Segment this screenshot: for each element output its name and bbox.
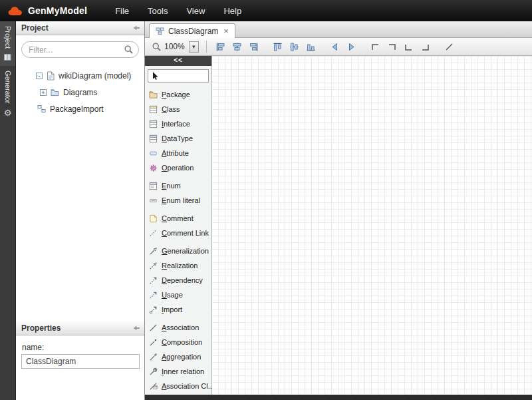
filter-wrap [21,41,139,58]
composition-icon [149,338,158,347]
project-tab-label: Project [4,26,12,49]
filter-input[interactable] [21,41,139,58]
arrow-left-button[interactable] [329,39,342,54]
palette-item-comment-link[interactable]: Comment Link [145,226,211,240]
tree-item-label: wikiDiagram (model) [59,71,131,81]
orthogonal-link-style-3-button[interactable] [402,39,416,54]
palette-item-inner-relation[interactable]: Inner relation [145,364,211,379]
collapse-expander-icon[interactable]: - [36,73,43,79]
close-icon[interactable]: × [223,26,229,36]
tree-item-packageimport[interactable]: PackageImport [16,100,144,117]
tab-label: ClassDiagram [168,27,218,36]
palette-item-aggregation[interactable]: Aggregation [145,349,211,364]
class-icon [149,105,158,114]
toolbar-separator [206,41,207,53]
menu-file[interactable]: File [106,0,138,22]
operation-gear-icon [149,164,158,172]
palette-item-enum[interactable]: Enum [145,178,211,193]
app-title: GenMyModel [28,5,87,16]
datatype-icon [149,134,158,143]
properties-panel-title: Properties [21,323,61,333]
diagrams-folder-icon [51,89,59,97]
palette-item-datatype[interactable]: DataType [145,131,211,146]
tab-classdiagram[interactable]: ClassDiagram × [149,23,235,38]
comment-link-icon [149,229,158,238]
palette-item-class[interactable]: Class [145,102,211,116]
align-center-button[interactable] [231,39,244,54]
association-icon [149,323,158,332]
palette-item-operation[interactable]: Operation [145,160,211,175]
book-icon [3,53,12,61]
project-panel-title: Project [21,23,49,33]
menu-view[interactable]: View [177,0,214,22]
project-panel-header: Project [16,21,144,35]
orthogonal-link-style-2-button[interactable] [386,39,399,54]
palette-item-composition[interactable]: Composition [145,335,211,349]
palette-item-enum-literal[interactable]: Enum literal [145,193,211,208]
cloud-logo-icon [7,5,24,17]
generalization-icon [149,247,158,256]
realization-icon [149,262,158,270]
name-field[interactable] [21,354,140,369]
top-menubar: GenMyModel File Tools View Help [0,0,532,21]
tree-item-wikidiagram[interactable]: - wikiDiagram (model) [16,67,144,84]
menu-tools[interactable]: Tools [138,0,177,22]
palette-item-comment[interactable]: Comment [145,211,211,226]
selection-tool[interactable] [148,69,209,83]
palette-item-package[interactable]: Package [145,87,211,102]
gear-icon: ⚙ [4,108,12,117]
properties-panel-header: Properties [16,321,144,335]
palette-item-usage[interactable]: Usage [145,288,211,302]
menu-help[interactable]: Help [214,0,251,22]
generator-tab-label: Generator [4,71,12,104]
interface-icon [149,120,158,128]
comment-icon [149,214,158,223]
oblique-link-style-button[interactable] [443,39,456,54]
diagram-toolbar: 100% ▾ [145,38,532,56]
align-right-button[interactable] [247,39,261,54]
align-middle-button[interactable] [288,39,301,54]
palette-item-association-class[interactable]: Association Cl... [145,379,211,393]
collapse-panel-icon[interactable] [132,324,140,332]
name-field-label: name: [22,343,44,352]
inner-relation-icon [149,367,158,376]
align-top-button[interactable] [271,39,285,54]
align-bottom-button[interactable] [305,39,318,54]
model-tree: - wikiDiagram (model) + Diagrams Package… [16,67,144,117]
palette-item-dependency[interactable]: Dependency [145,273,211,288]
main-bottom-bar [145,395,532,400]
zoom-control[interactable]: 100% ▾ [152,41,199,53]
expand-expander-icon[interactable]: + [40,89,47,96]
model-document-icon [47,71,55,81]
zoom-level: 100% [164,42,185,51]
palette-item-realization[interactable]: Realization [145,258,211,273]
tree-item-diagrams[interactable]: + Diagrams [16,84,144,100]
palette-item-association[interactable]: Association [145,320,211,335]
arrow-right-button[interactable] [345,39,358,54]
aggregation-icon [149,353,158,361]
palette-item-attribute[interactable]: Attribute [145,146,211,160]
app-logo: GenMyModel [7,5,87,17]
orthogonal-link-style-1-button[interactable] [369,39,382,54]
cursor-icon [150,71,160,81]
sidebar-tab-project[interactable]: Project [0,21,15,66]
search-icon [124,45,134,57]
sidebar-tab-generator[interactable]: Generator ⚙ [0,66,15,122]
association-class-icon [149,382,158,391]
attribute-icon [149,149,158,158]
properties-panel-header-wrap: Properties [16,321,144,335]
zoom-dropdown[interactable]: ▾ [189,41,199,53]
align-left-button[interactable] [214,39,227,54]
tool-palette: << Package Class Interface DataType Attr… [145,56,212,395]
enum-icon [149,182,158,190]
class-diagram-icon [156,27,164,35]
palette-item-import[interactable]: Import [145,302,211,317]
dependency-icon [149,276,158,285]
collapse-panel-icon[interactable] [132,24,140,32]
palette-item-generalization[interactable]: Generalization [145,244,211,258]
enum-literal-icon [149,196,158,205]
palette-collapse-button[interactable]: << [145,56,211,66]
orthogonal-link-style-4-button[interactable] [419,39,432,54]
palette-item-interface[interactable]: Interface [145,116,211,131]
diagram-tabbar: ClassDiagram × [145,21,532,38]
